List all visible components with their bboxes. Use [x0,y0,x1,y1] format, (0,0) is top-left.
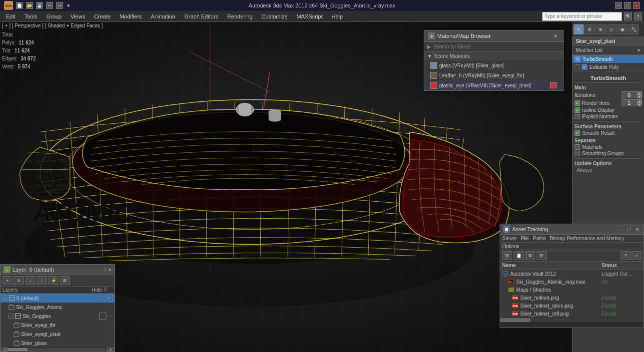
asset-scrollbar[interactable] [500,318,644,323]
layer-scrollbar-thumb[interactable] [7,348,27,351]
asset-maximize-btn[interactable]: □ [626,226,633,232]
modifier-editable-poly[interactable]: E Editable Poly [573,63,644,71]
modify-tab-icon[interactable]: ⚙ [585,24,595,34]
editable-poly-check[interactable] [575,64,580,69]
create-tab-icon[interactable]: ✦ [574,24,584,34]
layer-scrollbar[interactable]: ◀ ▶ [0,348,114,352]
asset-vault[interactable]: Autodesk Vault 2012 Logged Out ... [500,270,644,278]
isoline-display-checkbox[interactable]: ✓ [575,107,580,113]
display-tab-icon[interactable]: ◉ [618,24,628,34]
smoothing-groups-checkbox[interactable] [575,151,580,156]
asset-menu-server[interactable]: Server [502,236,517,241]
utilities-tab-icon[interactable]: 🔧 [629,24,639,34]
menu-maxscript[interactable]: MAXScript [293,12,327,20]
qa-undo[interactable]: ↩ [46,2,53,9]
iterations-input[interactable] [622,91,637,98]
asset-max-file[interactable]: M Ski_Goggles_Atomic_vray.max Ok [500,278,644,286]
layer-ski-goggles-expand[interactable]: − [8,314,13,319]
material-browser-close[interactable]: × [552,33,559,39]
menu-group[interactable]: Group [42,12,66,20]
iterations-down[interactable]: ▼ [637,95,642,98]
modifier-list-arrow[interactable]: ▼ [637,48,641,53]
menu-tools[interactable]: Tools [20,12,41,20]
layer-add-selection-btn[interactable]: ↓ [25,276,35,285]
hierarchy-tab-icon[interactable]: ⊕ [596,24,606,34]
layer-default-expand[interactable]: − [2,296,7,301]
asset-help-btn[interactable]: ? [621,251,631,260]
layer-eyegl-fbr[interactable]: Skier_eyegl_fbr ··· [0,321,114,330]
render-iters-up[interactable]: ▲ [637,99,642,103]
layer-scrollbar-track[interactable] [7,348,107,351]
menu-rendering[interactable]: Rendering [223,12,257,20]
help-icon[interactable]: ? [634,12,642,20]
search-icon[interactable]: 🔍 [624,12,632,20]
layer-ski-goggles-atomic[interactable]: Ski_Goggles_Atomic ··· [0,303,114,312]
asset-minimize-btn[interactable]: - [619,226,624,232]
layer-default[interactable]: − 0 (default) ··· ✓ [0,294,114,303]
modifier-turbosmooth[interactable]: T TurboSmooth [573,55,644,63]
asset-menu-file[interactable]: File [521,236,529,241]
layer-ski-goggles-check[interactable] [99,313,106,320]
iterations-spinner[interactable]: ▲ ▼ [637,91,642,98]
asset-helmet-norm-png[interactable]: PNG Skier_helmet_norm.png Found [500,302,644,310]
layer-highlight-btn[interactable]: ⚡ [48,276,58,285]
menu-animation[interactable]: Animation [147,12,179,20]
search-arrow-icon[interactable]: ▶ [427,44,431,49]
layer-delete-btn[interactable]: ✕ [14,276,24,285]
asset-close-toolbar-btn[interactable]: × [632,251,642,260]
layer-scroll-left[interactable]: ◀ [0,348,7,352]
minimize-button[interactable]: ─ [615,2,622,9]
menu-customize[interactable]: Customize [258,12,292,20]
menu-graph-editors[interactable]: Graph Editors [180,12,222,20]
render-iters-spinner[interactable]: ▲ ▼ [637,99,642,106]
menu-modifiers[interactable]: Modifiers [115,12,146,20]
asset-helmet-png[interactable]: PNG Skier_helmet.png Found [500,294,644,302]
menu-help[interactable]: Help [328,12,347,20]
qa-extra[interactable]: ▼ [66,3,71,8]
materials-checkbox[interactable] [575,144,580,150]
asset-tool-4[interactable]: ⊟ [537,251,547,260]
layer-default-hide[interactable]: ✓ [105,295,112,302]
asset-scrollbar-thumb[interactable] [500,318,530,322]
asset-menu-paths[interactable]: Paths [533,236,546,241]
menu-create[interactable]: Create [90,12,114,20]
render-iters-checkbox[interactable]: ✓ [575,100,580,106]
asset-helmet-refl-png[interactable]: PNG Skier_helmet_refl.png Found [500,310,644,318]
menu-views[interactable]: Views [66,12,89,20]
layer-glass[interactable]: Skier_glass ··· [0,339,114,348]
qa-new[interactable]: 📄 [16,2,23,9]
asset-menu-options[interactable]: Options [502,244,519,249]
explicit-normals-checkbox[interactable] [575,114,580,119]
material-plastic[interactable]: plastic_eye (VRayMtl) [Skier_eyegl_plast… [424,80,563,90]
layer-new-btn[interactable]: + [2,276,12,285]
material-leather[interactable]: Leather_h (VRayMtl) [Skier_eyegl_fbr] [424,70,563,80]
material-glass[interactable]: glass (VRayMtl) [Skier_glass] [424,60,563,70]
render-iters-down[interactable]: ▼ [637,103,642,106]
qa-open[interactable]: 📂 [26,2,33,9]
qa-redo[interactable]: ↪ [56,2,63,9]
asset-tool-3[interactable]: ⚙ [525,251,535,260]
layer-ski-goggles[interactable]: − Ski_Goggles ··· [0,312,114,321]
asset-tool-2[interactable]: 📋 [514,251,524,260]
search-input[interactable] [542,12,622,21]
close-button[interactable]: × [633,2,640,9]
menu-edit[interactable]: Edit [2,12,19,20]
layer-properties-btn[interactable]: ⊞ [60,276,70,285]
maximize-button[interactable]: □ [624,2,631,9]
motion-tab-icon[interactable]: ▷ [607,24,617,34]
asset-maps-folder[interactable]: Maps / Shaders [500,286,644,294]
layer-scroll-right[interactable]: ▶ [107,348,114,352]
iterations-up[interactable]: ▲ [637,91,642,95]
layer-select-objects-btn[interactable]: ↑ [37,276,47,285]
smooth-result-checkbox[interactable]: ✓ [575,130,580,136]
scene-materials-arrow[interactable]: ▼ [427,53,432,59]
asset-tool-1[interactable]: ⊞ [502,251,512,260]
layer-manager-close[interactable]: × [108,267,111,273]
qa-save[interactable]: 💾 [36,2,43,9]
asset-scrollbar-track[interactable] [500,318,644,322]
render-iters-input[interactable] [622,99,637,106]
asset-menu-bitmap[interactable]: Bitmap Performance and Memory [550,236,625,241]
layer-manager-help[interactable]: ? [103,267,106,273]
layer-eyegl-plast[interactable]: Skier_eyegl_plast ··· [0,330,114,339]
asset-close-btn[interactable]: × [635,226,641,232]
